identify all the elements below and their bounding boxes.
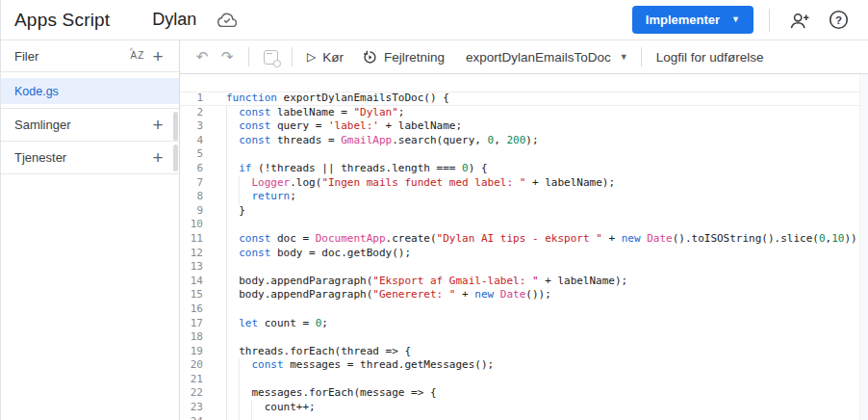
code-line[interactable]: 24 [180,415,868,420]
line-number: 22 [180,386,203,401]
help-icon: ? [829,10,849,30]
code-line[interactable]: 2 const labelName = "Dylan"; [180,106,868,120]
redo-button[interactable]: ↷ [215,44,240,69]
selected-function-label: exportDylanEmailsToDoc [466,50,611,65]
run-button[interactable]: ▷ Kør [301,40,349,73]
code-editor[interactable]: 1function exportDylanEmailsToDoc() {2 co… [180,74,868,420]
code-line[interactable]: 10 [180,218,868,232]
files-panel-header: Filer ˄AZ + [1,40,179,72]
line-number: 3 [180,119,203,134]
indent-guide [239,373,240,387]
code-line[interactable]: 14 body.appendParagraph("Eksport af Gmai… [180,275,868,289]
code-line[interactable]: 11 const doc = DocumentApp.create("Dylan… [180,232,868,247]
line-number: 4 [180,134,203,148]
indent-guide [226,386,227,401]
code-line[interactable]: 5 [180,147,868,162]
line-number: 2 [180,106,203,120]
project-title[interactable]: Dylan [152,10,196,30]
undo-icon: ↶ [196,48,209,66]
line-number: 5 [180,147,203,162]
sort-files-button[interactable]: ˄AZ [127,48,148,64]
save-icon [264,50,278,65]
indent-guide [226,401,227,415]
execution-log-button[interactable]: Logfil for udførelse [651,50,770,65]
line-number: 23 [180,401,203,415]
code-line[interactable]: 13 [180,260,868,275]
code-text: if (!threads || threads.length === 0) { [226,162,488,176]
code-line[interactable]: 20 const messages = thread.getMessages()… [180,358,868,373]
indent-guide [226,204,227,219]
indent-guide [239,386,240,401]
line-number: 15 [180,288,203,302]
line-number: 12 [180,247,203,261]
app-logo[interactable]: Apps Script [14,10,110,31]
line-number: 10 [180,218,203,232]
indent-guide [226,260,227,275]
editor-column: ↶ ↷ ▷ Kør [180,40,868,420]
debug-label: Fejlretning [384,50,445,65]
line-number: 19 [180,345,203,359]
sidebar-scrollbar[interactable] [173,144,178,171]
line-number: 7 [180,176,203,191]
add-file-button[interactable]: + [148,47,167,66]
code-line[interactable]: 7 Logger.log("Ingen mails fundet med lab… [180,176,868,191]
sidebar-item-services[interactable]: Tjenester + [1,142,179,174]
code-line[interactable]: 3 const query = 'label:' + labelName; [180,119,868,134]
indent-guide [226,147,227,162]
code-line[interactable]: 19 threads.forEach(thread => { [180,345,868,359]
editor-scrollbar[interactable] [859,74,868,420]
code-lines: 1function exportDylanEmailsToDoc() {2 co… [180,92,868,420]
code-line[interactable]: 17 let count = 0; [180,317,868,331]
save-project-button[interactable] [258,44,283,69]
debug-button[interactable]: Fejlretning [357,40,450,73]
code-text: const body = doc.getBody(); [226,247,411,261]
indent-guide [226,134,227,148]
person-add-icon [789,12,810,29]
function-selector[interactable]: exportDylanEmailsToDoc ▼ [462,40,632,73]
code-line[interactable]: 8 return; [180,190,868,204]
indent-guide [226,317,227,331]
code-text: body.appendParagraph("Genereret: " + new… [226,288,551,302]
code-text: function exportDylanEmailsToDoc() { [226,92,449,106]
code-line[interactable]: 23 count++; [180,401,868,415]
line-number: 14 [180,275,203,289]
toolbar-divider [641,47,642,66]
code-line[interactable]: 15 body.appendParagraph("Genereret: " + … [180,288,868,302]
code-line[interactable]: 21 [180,373,868,387]
code-line[interactable]: 12 const body = doc.getBody(); [180,247,868,261]
undo-button[interactable]: ↶ [190,44,215,69]
code-line[interactable]: 22 messages.forEach(message => { [180,386,868,401]
apps-script-window: Apps Script Dylan Implementer ▼ ? [0,0,868,420]
play-icon: ▷ [307,51,316,63]
indent-guide [226,119,227,134]
sidebar-item-libraries[interactable]: Samlinger + [1,109,179,142]
help-button[interactable]: ? [826,8,851,33]
code-line[interactable]: 4 const threads = GmailApp.search(query,… [180,134,868,148]
code-text: const labelName = "Dylan"; [226,106,404,120]
code-line[interactable]: 1function exportDylanEmailsToDoc() { [180,92,868,106]
sort-caret-icon: ˄ [129,42,135,58]
add-library-button[interactable]: + [148,116,167,134]
indent-guide [226,106,227,120]
code-line[interactable]: 9 } [180,204,868,219]
add-service-button[interactable]: + [148,148,167,167]
svg-text:?: ? [835,14,842,26]
code-text: const doc = DocumentApp.create("Dylan AI… [226,232,863,247]
code-line[interactable]: 18 [180,330,868,345]
code-line[interactable]: 16 [180,302,868,317]
sidebar-file-kode-gs[interactable]: Kode.gs [1,78,179,104]
code-text: const messages = thread.getMessages(); [226,358,494,373]
indent-guide [239,401,240,415]
code-text: Logger.log("Ingen mails fundet med label… [226,176,615,191]
line-number: 16 [180,302,203,317]
libraries-label: Samlinger [14,118,148,132]
sidebar-scrollbar[interactable] [173,112,178,141]
indent-guide [226,162,227,176]
deploy-button[interactable]: Implementer ▼ [632,6,753,34]
header-divider [769,9,770,32]
line-number: 20 [180,358,203,373]
line-number: 6 [180,162,203,176]
code-line[interactable]: 6 if (!threads || threads.length === 0) … [180,162,868,176]
deploy-button-label: Implementer [646,13,720,27]
share-project-button[interactable] [787,8,812,33]
